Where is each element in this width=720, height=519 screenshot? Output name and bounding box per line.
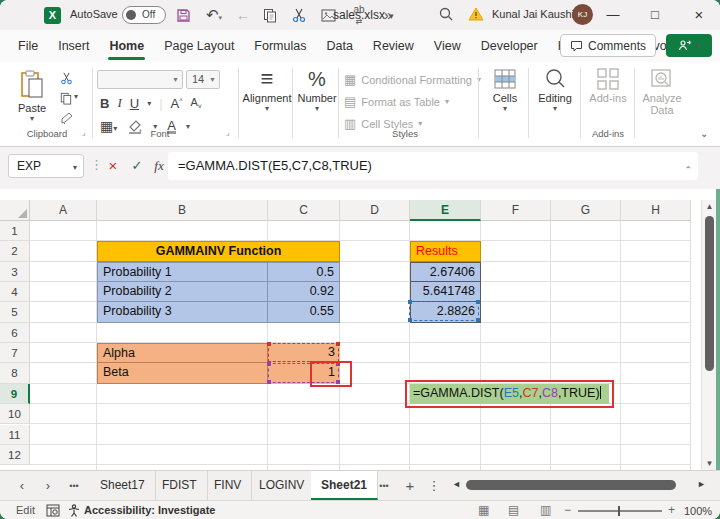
grid-cell[interactable]: [621, 282, 691, 302]
grid-cell[interactable]: [481, 323, 551, 343]
sheet-next-icon[interactable]: ›: [38, 471, 58, 501]
confirm-entry-button[interactable]: ✓: [126, 154, 148, 178]
zoom-out-icon[interactable]: −: [564, 503, 571, 517]
font-size-combobox[interactable]: 14▼: [186, 70, 220, 89]
bold-button[interactable]: B: [100, 96, 109, 111]
grid-cell[interactable]: [410, 221, 481, 241]
page-break-view-icon[interactable]: ▥: [540, 503, 551, 517]
conditional-formatting-button[interactable]: ▦ Conditional Formatting▾: [344, 72, 481, 87]
copy-icon[interactable]: ▾: [60, 92, 78, 105]
row-header-3[interactable]: 3: [0, 262, 30, 282]
grid-cell[interactable]: [97, 424, 268, 444]
grid-cell[interactable]: [621, 384, 691, 404]
share-button[interactable]: ▾: [666, 34, 712, 57]
tab-review[interactable]: Review: [363, 30, 424, 62]
grid-cell[interactable]: [621, 221, 691, 241]
name-box[interactable]: EXP ▾: [8, 154, 84, 178]
tab-formulas[interactable]: Formulas: [244, 30, 316, 62]
row-header-2[interactable]: 2: [0, 241, 30, 261]
grid-cell[interactable]: [621, 343, 691, 363]
cell-beta-label[interactable]: Beta: [97, 363, 268, 384]
grid-cell[interactable]: [30, 262, 97, 282]
grid-cell[interactable]: [268, 424, 340, 444]
grid-cell[interactable]: [268, 445, 340, 465]
grid-cell[interactable]: [481, 424, 551, 444]
cell-title-gammainv[interactable]: GAMMAINV Function: [97, 241, 340, 262]
grid-cell[interactable]: [621, 424, 691, 444]
column-header-g[interactable]: G: [551, 200, 621, 221]
sheet-tab-finv[interactable]: FINV: [204, 471, 252, 500]
grid-cell[interactable]: [30, 221, 97, 241]
grid-cell[interactable]: [481, 343, 551, 363]
save-icon[interactable]: [176, 8, 194, 23]
copy-icon[interactable]: [263, 8, 281, 23]
formula-bar-expand-icon[interactable]: ⌃: [684, 165, 692, 175]
column-header-d[interactable]: D: [340, 200, 410, 221]
sheet-menu-icon[interactable]: ⋮: [426, 471, 442, 501]
grid-cell[interactable]: [551, 424, 621, 444]
grid-cell[interactable]: [340, 221, 410, 241]
column-header-f[interactable]: F: [481, 200, 551, 221]
zoom-slider[interactable]: [578, 510, 662, 512]
horizontal-scroll-thumb[interactable]: [466, 480, 676, 490]
grid-cell[interactable]: [268, 221, 340, 241]
column-header-b[interactable]: B: [97, 200, 268, 221]
new-sheet-icon[interactable]: +: [400, 471, 420, 501]
cell-probability-3-value[interactable]: 0.55: [268, 302, 340, 323]
cell-result-1[interactable]: 2.67406: [410, 262, 481, 282]
grid-cell[interactable]: [97, 445, 268, 465]
grid-cell[interactable]: [30, 323, 97, 343]
accessibility-icon[interactable]: [67, 504, 81, 517]
format-painter-icon[interactable]: [60, 112, 78, 125]
select-all-corner[interactable]: [0, 200, 30, 221]
grid-cell[interactable]: [410, 323, 481, 343]
cell-probability-1-label[interactable]: Probability 1: [97, 262, 268, 282]
sheet-overflow-icon[interactable]: •••: [372, 471, 396, 501]
cell-alpha-label[interactable]: Alpha: [97, 343, 268, 363]
editing-button[interactable]: Editing ▾: [532, 68, 578, 113]
grid-cell[interactable]: [268, 323, 340, 343]
grid-cell[interactable]: [410, 445, 481, 465]
redo-icon[interactable]: ←: [234, 7, 252, 23]
tab-page-layout[interactable]: Page Layout: [154, 30, 244, 62]
grid-cell[interactable]: [621, 241, 691, 261]
ribbon-collapse-chevron-icon[interactable]: ⌄: [700, 128, 708, 139]
zoom-slider-knob[interactable]: [618, 506, 620, 516]
grid-cell[interactable]: [30, 363, 97, 383]
scroll-left-icon[interactable]: ◄: [452, 479, 461, 489]
font-dialog-launcher[interactable]: ⌟: [226, 128, 230, 137]
grid-cell[interactable]: [340, 323, 410, 343]
cut-icon[interactable]: [292, 8, 310, 23]
grid-cell[interactable]: [30, 282, 97, 302]
insert-function-button[interactable]: fx: [148, 154, 170, 178]
undo-icon[interactable]: ↶▾: [205, 6, 223, 24]
cell-probability-3-label[interactable]: Probability 3: [97, 302, 268, 323]
grid-cell[interactable]: [621, 404, 691, 424]
search-icon[interactable]: [438, 6, 454, 22]
grid-cell[interactable]: [97, 404, 268, 424]
underline-button[interactable]: U: [130, 96, 139, 111]
grid-cell[interactable]: [551, 445, 621, 465]
grid-cell[interactable]: [621, 302, 691, 322]
scroll-down-icon[interactable]: ▼: [702, 459, 717, 468]
row-header-4[interactable]: 4: [0, 282, 30, 302]
grid-cell[interactable]: [340, 282, 410, 302]
grid-cell[interactable]: [268, 404, 340, 424]
autosave-toggle[interactable]: Off: [122, 6, 166, 24]
grid-cell[interactable]: [410, 424, 481, 444]
tab-developer[interactable]: Developer: [471, 30, 548, 62]
grid-cell[interactable]: [30, 445, 97, 465]
grid-cell[interactable]: [481, 241, 551, 261]
macro-record-icon[interactable]: [46, 504, 60, 517]
column-header-e[interactable]: E: [410, 200, 481, 221]
row-header-9[interactable]: 9: [0, 384, 30, 404]
cell-results-header[interactable]: Results: [410, 241, 481, 262]
cancel-entry-button[interactable]: ×: [102, 154, 124, 178]
grid-cell[interactable]: [621, 262, 691, 282]
cut-icon[interactable]: [60, 72, 78, 85]
grid-cell[interactable]: [97, 323, 268, 343]
font-name-combobox[interactable]: ▼: [97, 70, 183, 89]
grid-cell[interactable]: [551, 323, 621, 343]
add-ins-button[interactable]: Add-ins: [586, 68, 630, 104]
decrease-font-icon[interactable]: A˅: [191, 96, 202, 110]
